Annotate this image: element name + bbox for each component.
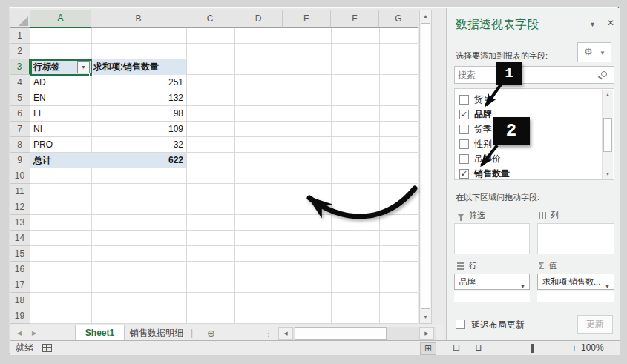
row-header[interactable]: 7 [10, 122, 30, 137]
cell-row-label[interactable]: AD [33, 75, 90, 90]
cell-row-label[interactable]: NI [33, 122, 90, 137]
cell-row-value[interactable]: 251 [91, 75, 183, 90]
tab-sheet1[interactable]: Sheet1 [75, 325, 125, 341]
column-header-b[interactable]: B [91, 10, 186, 28]
zoom-level[interactable]: 100% [581, 341, 604, 355]
tab-nav-right-icon[interactable]: ▶ [32, 325, 36, 341]
checkbox-icon[interactable] [459, 139, 469, 149]
cell-row-value[interactable]: 98 [91, 106, 183, 122]
cell-row-label[interactable]: LI [33, 106, 90, 122]
row-header[interactable]: 6 [10, 106, 30, 122]
tools-button[interactable]: ⚙ ▼ [577, 42, 611, 62]
column-header-e[interactable]: E [283, 10, 331, 28]
columns-drop-area[interactable] [537, 223, 614, 254]
row-header[interactable]: 16 [10, 262, 30, 277]
row-header[interactable]: 2 [10, 44, 30, 59]
field-list: 货号 ✓ 品牌 货季 性别 吊牌价 ✓ 销售数量 [454, 88, 614, 180]
normal-view-icon[interactable]: ⊞ [420, 342, 436, 355]
pane-splitter-dots-icon[interactable]: ⋮ [265, 325, 272, 341]
search-input[interactable] [458, 68, 595, 82]
values-drop-area[interactable] [537, 291, 614, 302]
cell-row-value[interactable]: 109 [91, 122, 183, 137]
row-header[interactable]: 18 [10, 293, 30, 308]
values-field-pill[interactable]: 求和项:销售数... ▼ [537, 274, 614, 290]
update-button[interactable]: 更新 [577, 315, 613, 334]
defer-layout-checkbox[interactable] [456, 320, 465, 329]
cell-b3-value-header[interactable]: 求和项:销售数量 [93, 59, 186, 75]
row-label-filter-button[interactable]: ▼ [77, 61, 90, 73]
cell-row-value[interactable]: 32 [91, 137, 183, 153]
vertical-scrollbar[interactable]: ▲ ▼ [419, 10, 432, 324]
row-header[interactable]: 10 [10, 168, 30, 184]
chevron-down-icon[interactable]: ▼ [520, 279, 525, 290]
status-bar: 就绪 ⊞ ⊟ ⊔ − + 100% [10, 340, 620, 355]
row-header[interactable]: 13 [10, 215, 30, 231]
field-item[interactable]: 货号 [459, 92, 614, 107]
pane-options-dropdown-icon[interactable]: ▼ [589, 21, 596, 28]
field-list-scrollbar[interactable]: ▲ ▼ [602, 90, 613, 179]
row-header[interactable]: 14 [10, 231, 30, 246]
cell-total-value[interactable]: 622 [91, 153, 183, 168]
cell-total-label[interactable]: 总计 [33, 153, 90, 168]
field-item[interactable]: ✓ 销售数量 [459, 166, 614, 181]
scroll-left-icon[interactable]: ◀ [278, 327, 293, 340]
field-item[interactable]: 吊牌价 [459, 151, 614, 166]
macro-record-icon[interactable] [42, 344, 52, 352]
scroll-down-icon[interactable]: ▼ [420, 311, 431, 323]
pane-subtitle: 选择要添加到报表的字段: [456, 50, 548, 62]
zoom-slider-thumb[interactable] [531, 344, 534, 353]
field-item[interactable]: ✓ 品牌 [459, 107, 614, 122]
cell-row-label[interactable]: PRO [33, 137, 90, 153]
zoom-slider-track[interactable] [501, 348, 571, 348]
column-header-c[interactable]: C [186, 10, 234, 28]
rows-drop-area[interactable] [454, 291, 530, 302]
filters-label-text: 筛选 [469, 210, 485, 221]
filters-drop-area[interactable] [454, 223, 530, 254]
sheet-grid[interactable]: 行标签 求和项:销售数量 AD 251 EN 132 LI 98 NI 109 … [30, 28, 418, 324]
row-header[interactable]: 17 [10, 277, 30, 293]
column-header-g[interactable]: G [379, 10, 418, 28]
row-header[interactable]: 9 [10, 153, 30, 168]
checkbox-icon[interactable] [459, 154, 469, 164]
zoom-in-icon[interactable]: + [571, 341, 577, 355]
tab-nav-left-icon[interactable]: ◀ [17, 325, 22, 341]
scroll-right-icon[interactable]: ▶ [419, 327, 434, 340]
column-header-f[interactable]: F [331, 10, 379, 28]
checkbox-icon[interactable] [459, 95, 469, 105]
defer-layout-label: 延迟布局更新 [471, 319, 525, 331]
cell-row-label[interactable]: EN [33, 90, 90, 106]
checkbox-icon[interactable] [459, 125, 469, 134]
row-header[interactable]: 12 [10, 199, 30, 215]
list-scroll-thumb[interactable] [603, 118, 612, 152]
scroll-up-icon[interactable]: ▲ [420, 10, 431, 22]
column-header-d[interactable]: D [234, 10, 283, 28]
horizontal-scroll-thumb[interactable] [295, 327, 387, 340]
column-header-a[interactable]: A [30, 10, 91, 28]
chevron-down-icon[interactable]: ▼ [605, 279, 610, 290]
row-header[interactable]: 3 [10, 59, 30, 75]
row-header[interactable]: 4 [10, 75, 30, 90]
field-item[interactable]: 性别 [459, 136, 614, 151]
select-all-corner[interactable] [10, 10, 30, 28]
field-item[interactable]: 货季 [459, 122, 614, 136]
add-sheet-icon[interactable]: ⊕ [207, 325, 215, 341]
row-header[interactable]: 5 [10, 90, 30, 106]
row-header[interactable]: 1 [10, 28, 30, 44]
scroll-up-icon[interactable]: ▲ [603, 90, 613, 100]
rows-field-pill[interactable]: 品牌 ▼ [454, 274, 530, 290]
tab-sales-data[interactable]: 销售数据明细 [125, 325, 188, 341]
row-header[interactable]: 11 [10, 184, 30, 199]
vertical-scroll-thumb[interactable] [421, 23, 430, 309]
row-header[interactable]: 8 [10, 137, 30, 153]
field-search-box[interactable] [454, 66, 614, 84]
checkbox-checked-icon[interactable]: ✓ [459, 110, 469, 119]
pane-close-icon[interactable]: ✕ [607, 18, 614, 28]
row-header[interactable]: 15 [10, 246, 30, 262]
page-layout-view-icon[interactable]: ⊟ [448, 342, 464, 355]
checkbox-checked-icon[interactable]: ✓ [459, 169, 469, 179]
scroll-down-icon[interactable]: ▼ [603, 169, 613, 179]
row-header[interactable]: 19 [10, 308, 30, 324]
page-break-view-icon[interactable]: ⊔ [470, 342, 487, 355]
zoom-out-icon[interactable]: − [492, 341, 498, 355]
cell-row-value[interactable]: 132 [91, 90, 183, 106]
